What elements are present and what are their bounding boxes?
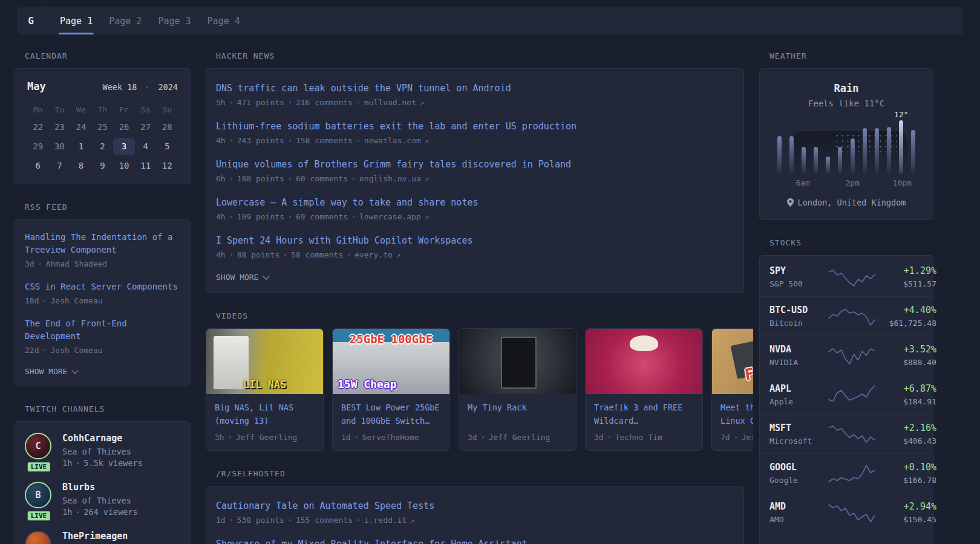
video-title[interactable]: BEST Low Power 25GbE and 100GbE Switch… bbox=[341, 401, 441, 427]
weather-bar bbox=[810, 120, 822, 173]
stock-change: +3.52% bbox=[876, 344, 936, 355]
video-thumbnail[interactable] bbox=[586, 329, 702, 394]
story-meta: 1d 538 points 155 comments i.redd.it ↗ bbox=[216, 516, 734, 525]
item-comments[interactable]: 155 comments bbox=[296, 516, 353, 525]
video-thumbnail[interactable]: FAST bbox=[712, 329, 753, 394]
video-card[interactable]: 25GbE 100GbE15W Cheap BEST Low Power 25G… bbox=[332, 328, 450, 451]
dot-separator bbox=[356, 436, 358, 438]
video-card[interactable]: LIL NAS Big NAS, Lil NAS (moving 13) 3h … bbox=[206, 328, 324, 451]
stock-row: MSFT Microsoft +2.16% $406.43 bbox=[760, 414, 933, 453]
video-title[interactable]: Big NAS, Lil NAS (moving 13) bbox=[215, 401, 315, 427]
item-domain[interactable]: newatlas.com bbox=[364, 136, 421, 145]
item-age: 3d bbox=[468, 433, 477, 442]
app-logo[interactable]: G bbox=[17, 7, 45, 34]
calendar-day: 1 bbox=[70, 138, 92, 155]
calendar-day: 23 bbox=[49, 118, 71, 135]
weather-widget: WEATHER Rain Feels like 11°C 12° 6am2pm1… bbox=[759, 51, 933, 220]
twitch-channel-row[interactable]: ThePrimeagen bbox=[25, 531, 180, 544]
item-comments[interactable]: 58 comments bbox=[291, 250, 343, 259]
story-title[interactable]: DNS traffic can leak outside the VPN tun… bbox=[216, 82, 734, 95]
stock-name: AMD bbox=[769, 515, 828, 524]
story-title[interactable]: Lowercase – A simple way to take and sha… bbox=[216, 196, 734, 209]
story-title[interactable]: Lithium-free sodium batteries exit the l… bbox=[216, 120, 734, 133]
item-age: 22d bbox=[25, 346, 39, 355]
channel-name[interactable]: Blurbs bbox=[62, 482, 138, 493]
section-title-twitch: TWITCH CHANNELS bbox=[15, 404, 191, 413]
rss-item: CSS in React Server Components 18d Josh … bbox=[25, 280, 180, 305]
hackernews-show-more-button[interactable]: SHOW MORE bbox=[216, 273, 734, 282]
tab-page-4[interactable]: Page 4 bbox=[207, 7, 240, 34]
weather-bar bbox=[797, 120, 809, 173]
video-card[interactable]: My Tiny Rack 3d Jeff Geerling bbox=[459, 328, 577, 451]
rss-list: Handling The Indentation of a Treeview C… bbox=[25, 231, 180, 355]
rss-show-more-button[interactable]: SHOW MORE bbox=[25, 367, 180, 376]
twitch-channel-row[interactable]: B LIVE Blurbs Sea of Thieves 1h 264 view… bbox=[25, 482, 180, 517]
tab-page-2[interactable]: Page 2 bbox=[109, 7, 142, 34]
video-title[interactable]: My Tiny Rack bbox=[468, 401, 567, 427]
video-title[interactable]: Meet the FASTEST Linux Cluster bbox=[720, 401, 753, 427]
story-item: Lithium-free sodium batteries exit the l… bbox=[216, 120, 734, 145]
stock-row: AAPL Apple +6.87% $184.91 bbox=[760, 375, 933, 414]
videos-row: LIL NAS Big NAS, Lil NAS (moving 13) 3h … bbox=[206, 328, 753, 451]
stock-sparkline bbox=[828, 266, 876, 288]
tab-page-3[interactable]: Page 3 bbox=[158, 7, 191, 34]
channel-viewers: 5.5k viewers bbox=[83, 458, 143, 468]
live-badge: LIVE bbox=[27, 461, 51, 473]
story-title[interactable]: Unique volumes of Brothers Grimm fairy t… bbox=[216, 158, 734, 171]
calendar-day: 30 bbox=[49, 138, 71, 155]
item-domain[interactable]: every.to bbox=[354, 250, 393, 259]
item-age: 1d bbox=[216, 516, 226, 525]
story-meta: 4h 109 points 69 comments lowercase.app … bbox=[216, 212, 734, 221]
item-comments[interactable]: 216 comments bbox=[296, 98, 353, 107]
calendar-day: 5 bbox=[156, 138, 178, 155]
rss-item-title[interactable]: Handling The Indentation of a Treeview C… bbox=[25, 231, 180, 256]
item-domain[interactable]: mullvad.net bbox=[364, 98, 416, 107]
item-domain[interactable]: english.nv.ua bbox=[359, 174, 421, 183]
channel-name[interactable]: ThePrimeagen bbox=[62, 531, 128, 542]
item-comments[interactable]: 69 comments bbox=[296, 212, 348, 221]
stock-values: +4.40% $61,725.48 bbox=[876, 305, 936, 328]
video-body: My Tiny Rack 3d Jeff Geerling bbox=[459, 394, 576, 450]
item-comments[interactable]: 158 comments bbox=[296, 136, 353, 145]
dot-separator bbox=[44, 349, 45, 351]
weekday-label: Fr bbox=[113, 105, 135, 114]
video-card[interactable]: Traefik 3 and FREE Wildcard… 3d Techno T… bbox=[585, 328, 703, 451]
story-item: Cautionary Tale on Automated Speed Tests… bbox=[216, 500, 734, 525]
avatar[interactable]: C bbox=[25, 433, 51, 459]
channel-name[interactable]: CohhCarnage bbox=[62, 433, 143, 444]
video-title[interactable]: Traefik 3 and FREE Wildcard… bbox=[594, 401, 694, 427]
stock-id: SPY S&P 500 bbox=[769, 265, 828, 288]
story-item: Lowercase – A simple way to take and sha… bbox=[216, 196, 734, 221]
calendar-day: 27 bbox=[135, 118, 157, 135]
story-meta: 4h 243 points 158 comments newatlas.com … bbox=[216, 136, 734, 145]
item-comments[interactable]: 60 comments bbox=[296, 174, 348, 183]
story-title[interactable]: Cautionary Tale on Automated Speed Tests bbox=[216, 500, 734, 513]
hackernews-list: DNS traffic can leak outside the VPN tun… bbox=[216, 82, 734, 259]
avatar[interactable]: B bbox=[25, 482, 51, 508]
thumbnail-text-overlay: 25GbE 100GbE bbox=[350, 332, 433, 346]
video-thumbnail[interactable]: 25GbE 100GbE15W Cheap bbox=[333, 329, 449, 394]
rss-item-title[interactable]: CSS in React Server Components bbox=[25, 280, 180, 293]
reddit-widget: /R/SELFHOSTED Cautionary Tale on Automat… bbox=[206, 469, 744, 544]
twitch-list: C LIVE CohhCarnage Sea of Thieves 1h 5.5… bbox=[25, 433, 180, 544]
section-title-weather: WEATHER bbox=[759, 51, 933, 60]
dot-separator bbox=[39, 263, 41, 265]
tab-page-1[interactable]: Page 1 bbox=[60, 7, 93, 34]
video-thumbnail[interactable]: LIL NAS bbox=[206, 329, 323, 394]
story-title[interactable]: I Spent 24 Hours with GitHub Copilot Wor… bbox=[216, 235, 734, 247]
hackernews-widget: HACKER NEWS DNS traffic can leak outside… bbox=[206, 51, 744, 293]
stocks-widget: STOCKS SPY S&P 500 +1.29% $511.57 BTC-US… bbox=[759, 238, 933, 544]
section-title-stocks: STOCKS bbox=[759, 238, 933, 247]
twitch-channel-row[interactable]: C LIVE CohhCarnage Sea of Thieves 1h 5.5… bbox=[25, 433, 180, 468]
rss-item-title[interactable]: The End of Front-End Development bbox=[25, 317, 180, 343]
rss-item-meta: 18d Josh Comeau bbox=[25, 296, 180, 305]
avatar-wrap: C LIVE bbox=[25, 433, 53, 468]
video-card[interactable]: FAST Meet the FASTEST Linux Cluster 7d J… bbox=[711, 328, 753, 451]
avatar[interactable] bbox=[25, 531, 51, 544]
video-thumbnail[interactable] bbox=[459, 329, 576, 394]
weather-feels-like: Feels like 11°C bbox=[772, 99, 921, 108]
story-title[interactable]: Showcase of my Mixed Reality Interface f… bbox=[216, 538, 734, 544]
item-domain[interactable]: i.redd.it bbox=[364, 516, 407, 525]
dot-separator bbox=[230, 102, 232, 103]
item-domain[interactable]: lowercase.app bbox=[359, 212, 421, 221]
